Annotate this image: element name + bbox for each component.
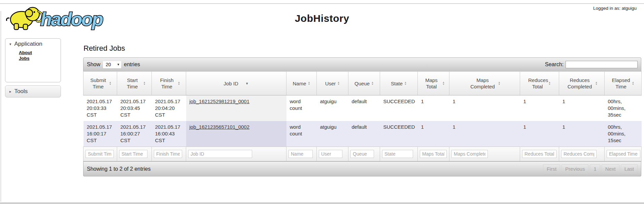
sort-up-down-icon: ▲▼	[109, 81, 111, 85]
search-control: Search:	[545, 61, 638, 68]
column-header-state[interactable]: State ▲▼	[380, 72, 418, 95]
filter-input-job-id[interactable]	[188, 150, 252, 158]
table-filter-row	[83, 147, 642, 161]
page-left-border	[1, 11, 1, 202]
cell-reduces-completed: 1	[559, 121, 605, 147]
entries-label: entries	[124, 62, 140, 68]
cell-submit-time: 2021.05.17 20:03:33 CST	[83, 95, 117, 121]
sort-up-down-icon: ▲▼	[178, 81, 180, 85]
filter-input-queue[interactable]	[350, 150, 374, 158]
sort-up-down-icon: ▲▼	[337, 81, 340, 85]
sort-up-down-icon: ▲▼	[632, 81, 634, 85]
filter-input-reduces-completed[interactable]	[561, 150, 597, 158]
triangle-right-icon: ▸	[9, 89, 11, 93]
table-status-text: Showing 1 to 2 of 2 entries	[87, 166, 150, 172]
cell-name: word count	[286, 95, 317, 121]
sidebar: ▾Application About Jobs ▸Tools	[5, 38, 61, 97]
column-header-job-id[interactable]: Job ID ▼	[186, 72, 286, 95]
cell-finish-time: 2021.05.17 20:04:20 CST	[152, 95, 186, 121]
column-header-reduces-total[interactable]: Reduces Total ▲▼	[520, 72, 559, 95]
retired-jobs-heading: Retired Jobs	[83, 44, 641, 53]
filter-input-finish-time[interactable]	[154, 150, 182, 158]
column-header-reduces-completed[interactable]: Reduces Completed ▲▼	[559, 72, 605, 95]
pagination-first-button[interactable]: First	[543, 164, 560, 173]
filter-input-reduces-total[interactable]	[522, 150, 556, 158]
cell-job-id: job_1621235657101_0002	[186, 121, 286, 147]
column-header-maps-completed[interactable]: Maps Completed ▲▼	[449, 72, 520, 95]
filter-input-maps-total[interactable]	[420, 150, 447, 158]
cell-queue: default	[348, 121, 380, 147]
cell-finish-time: 2021.05.17 16:00:43 CST	[152, 121, 186, 147]
show-entries-control: Show 20 ▼ entries	[87, 61, 140, 68]
job-id-link[interactable]: job_1621252981219_0001	[190, 98, 250, 104]
cell-job-id: job_1621252981219_0001	[186, 95, 286, 121]
main-content: Retired Jobs Show 20 ▼ entries Search:	[83, 44, 641, 176]
filter-input-maps-completed[interactable]	[451, 150, 488, 158]
filter-input-elapsed-time[interactable]	[607, 150, 640, 158]
job-id-link[interactable]: job_1621235657101_0002	[190, 124, 250, 130]
cell-reduces-total: 1	[520, 95, 559, 121]
triangle-down-icon: ▾	[9, 42, 11, 46]
tools-label: Tools	[14, 88, 28, 94]
sidebar-item-jobs[interactable]: Jobs	[19, 55, 61, 61]
column-header-queue[interactable]: Queue ▲▼	[348, 72, 380, 95]
cell-elapsed-time: 00hrs, 00mins, 15sec	[605, 121, 642, 147]
show-label: Show	[87, 62, 100, 68]
table-toolbar: Show 20 ▼ entries Search:	[83, 57, 641, 71]
sidebar-header-application[interactable]: ▾Application	[5, 39, 61, 49]
filter-input-start-time[interactable]	[119, 150, 147, 158]
column-header-name[interactable]: Name ▲▼	[286, 72, 317, 95]
cell-user: atguigu	[317, 121, 348, 147]
cell-maps-total: 1	[418, 121, 449, 147]
pagination-next-button[interactable]: Next	[602, 164, 619, 173]
pagination-page-1-button[interactable]: 1	[590, 164, 600, 173]
cell-start-time: 2021.05.17 20:03:45 CST	[117, 95, 152, 121]
page-size-value: 20	[106, 62, 111, 67]
cell-maps-total: 1	[418, 95, 449, 121]
cell-queue: default	[348, 95, 380, 121]
cell-maps-completed: 1	[449, 95, 520, 121]
application-label: Application	[14, 41, 42, 47]
cell-state: SUCCEEDED	[380, 95, 418, 121]
cell-elapsed-time: 00hrs, 00mins, 35sec	[605, 95, 642, 121]
cell-name: word count	[286, 121, 317, 147]
filter-input-user[interactable]	[319, 150, 342, 158]
sidebar-item-about[interactable]: About	[19, 50, 61, 55]
cell-start-time: 2021.05.17 16:00:27 CST	[117, 121, 152, 147]
pagination: First Previous 1 Next Last	[543, 164, 638, 173]
sort-up-down-icon: ▲▼	[498, 81, 501, 85]
sidebar-panel-application: ▾Application About Jobs	[5, 38, 61, 82]
search-label: Search:	[545, 62, 564, 68]
logged-in-as: Logged in as: atguigu	[593, 6, 637, 11]
filter-input-state[interactable]	[382, 150, 413, 158]
table-row: 2021.05.17 20:03:33 CST 2021.05.17 20:03…	[83, 95, 642, 121]
cell-submit-time: 2021.05.17 16:00:17 CST	[83, 121, 117, 147]
cell-reduces-completed: 1	[559, 95, 605, 121]
retired-jobs-table: Submit Time ▲▼ Start Time ▲▼ Finish Time…	[83, 71, 642, 161]
table-row: 2021.05.17 16:00:17 CST 2021.05.17 16:00…	[83, 121, 642, 147]
sort-up-down-icon: ▲▼	[595, 81, 598, 85]
filter-input-name[interactable]	[289, 150, 313, 158]
column-header-elapsed-time[interactable]: Elapsed Time ▲▼	[605, 72, 642, 95]
filter-input-submit-time[interactable]	[86, 150, 114, 158]
cell-reduces-total: 1	[520, 121, 559, 147]
pagination-previous-button[interactable]: Previous	[562, 164, 588, 173]
triangle-down-icon: ▼	[245, 82, 249, 85]
cell-user: atguigu	[317, 95, 348, 121]
page-size-select[interactable]: 20 ▼	[103, 61, 121, 68]
window-bottom-edge	[0, 202, 644, 204]
sidebar-header-tools[interactable]: ▸Tools	[5, 85, 61, 97]
triangle-down-icon: ▼	[117, 63, 120, 66]
cell-state: SUCCEEDED	[380, 121, 418, 147]
column-header-submit-time[interactable]: Submit Time ▲▼	[83, 72, 117, 95]
column-header-user[interactable]: User ▲▼	[317, 72, 348, 95]
column-header-finish-time[interactable]: Finish Time ▲▼	[152, 72, 186, 95]
column-header-maps-total[interactable]: Maps Total ▲▼	[418, 72, 449, 95]
search-input[interactable]	[566, 61, 638, 68]
sort-up-down-icon: ▲▼	[442, 81, 445, 85]
sort-up-down-icon: ▲▼	[404, 81, 407, 85]
pagination-last-button[interactable]: Last	[621, 164, 638, 173]
column-header-start-time[interactable]: Start Time ▲▼	[117, 72, 152, 95]
table-footer: Showing 1 to 2 of 2 entries First Previo…	[83, 161, 641, 176]
sort-up-down-icon: ▲▼	[371, 81, 374, 85]
